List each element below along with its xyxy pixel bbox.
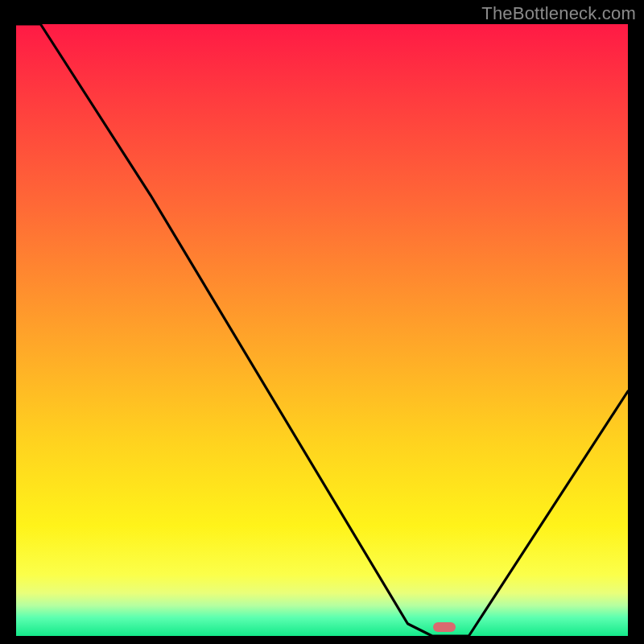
optimal-marker	[433, 622, 456, 632]
bottleneck-curve	[16, 24, 628, 636]
chart-frame: TheBottleneck.com	[0, 0, 644, 644]
plot-area	[16, 24, 628, 636]
watermark-text: TheBottleneck.com	[481, 3, 636, 24]
curve-svg	[16, 24, 628, 636]
